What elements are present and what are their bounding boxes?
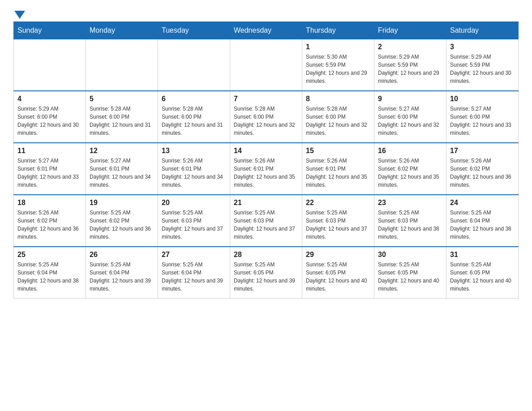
calendar-cell: 10Sunrise: 5:27 AM Sunset: 6:00 PM Dayli… <box>446 91 519 143</box>
day-number: 5 <box>90 95 154 103</box>
day-info: Sunrise: 5:25 AM Sunset: 6:03 PM Dayligh… <box>378 209 442 241</box>
day-info: Sunrise: 5:25 AM Sunset: 6:04 PM Dayligh… <box>90 261 154 293</box>
col-header-friday: Friday <box>374 22 446 39</box>
calendar-cell: 23Sunrise: 5:25 AM Sunset: 6:03 PM Dayli… <box>374 195 446 247</box>
calendar-week-row: 25Sunrise: 5:25 AM Sunset: 6:04 PM Dayli… <box>14 247 519 299</box>
day-info: Sunrise: 5:29 AM Sunset: 5:59 PM Dayligh… <box>450 53 515 85</box>
calendar-cell: 8Sunrise: 5:28 AM Sunset: 6:00 PM Daylig… <box>302 91 374 143</box>
calendar-cell: 11Sunrise: 5:27 AM Sunset: 6:01 PM Dayli… <box>14 143 86 195</box>
day-info: Sunrise: 5:27 AM Sunset: 6:01 PM Dayligh… <box>17 157 82 189</box>
day-number: 17 <box>450 147 515 155</box>
day-info: Sunrise: 5:25 AM Sunset: 6:04 PM Dayligh… <box>450 209 515 241</box>
day-info: Sunrise: 5:27 AM Sunset: 6:00 PM Dayligh… <box>450 105 515 137</box>
calendar-cell: 5Sunrise: 5:28 AM Sunset: 6:00 PM Daylig… <box>86 91 158 143</box>
col-header-sunday: Sunday <box>14 22 86 39</box>
calendar-cell: 30Sunrise: 5:25 AM Sunset: 6:05 PM Dayli… <box>374 247 446 299</box>
day-number: 29 <box>306 251 370 259</box>
day-info: Sunrise: 5:25 AM Sunset: 6:03 PM Dayligh… <box>162 209 226 241</box>
day-info: Sunrise: 5:28 AM Sunset: 6:00 PM Dayligh… <box>162 105 226 137</box>
calendar-cell <box>86 39 158 91</box>
calendar-cell: 2Sunrise: 5:29 AM Sunset: 5:59 PM Daylig… <box>374 39 446 91</box>
day-info: Sunrise: 5:26 AM Sunset: 6:02 PM Dayligh… <box>17 209 82 241</box>
day-number: 10 <box>450 95 515 103</box>
day-number: 15 <box>306 147 370 155</box>
calendar-cell: 14Sunrise: 5:26 AM Sunset: 6:01 PM Dayli… <box>230 143 302 195</box>
col-header-monday: Monday <box>86 22 158 39</box>
day-info: Sunrise: 5:25 AM Sunset: 6:05 PM Dayligh… <box>234 261 298 293</box>
day-number: 25 <box>17 251 82 259</box>
day-info: Sunrise: 5:29 AM Sunset: 5:59 PM Dayligh… <box>378 53 442 85</box>
calendar-week-row: 18Sunrise: 5:26 AM Sunset: 6:02 PM Dayli… <box>14 195 519 247</box>
day-number: 19 <box>90 199 154 207</box>
day-number: 23 <box>378 199 442 207</box>
day-info: Sunrise: 5:26 AM Sunset: 6:01 PM Dayligh… <box>162 157 226 189</box>
calendar-week-row: 11Sunrise: 5:27 AM Sunset: 6:01 PM Dayli… <box>14 143 519 195</box>
logo <box>13 9 25 17</box>
day-info: Sunrise: 5:27 AM Sunset: 6:01 PM Dayligh… <box>90 157 154 189</box>
calendar-cell <box>158 39 230 91</box>
calendar-cell: 20Sunrise: 5:25 AM Sunset: 6:03 PM Dayli… <box>158 195 230 247</box>
calendar-cell: 13Sunrise: 5:26 AM Sunset: 6:01 PM Dayli… <box>158 143 230 195</box>
logo-triangle-icon <box>14 11 25 19</box>
day-info: Sunrise: 5:26 AM Sunset: 6:01 PM Dayligh… <box>234 157 298 189</box>
day-number: 22 <box>306 199 370 207</box>
day-number: 2 <box>378 43 442 51</box>
day-number: 9 <box>378 95 442 103</box>
calendar-table: SundayMondayTuesdayWednesdayThursdayFrid… <box>13 21 519 299</box>
day-number: 7 <box>234 95 298 103</box>
day-number: 18 <box>17 199 82 207</box>
day-number: 3 <box>450 43 515 51</box>
day-info: Sunrise: 5:27 AM Sunset: 6:00 PM Dayligh… <box>378 105 442 137</box>
calendar-cell: 16Sunrise: 5:26 AM Sunset: 6:02 PM Dayli… <box>374 143 446 195</box>
day-number: 24 <box>450 199 515 207</box>
calendar-cell: 1Sunrise: 5:30 AM Sunset: 5:59 PM Daylig… <box>302 39 374 91</box>
calendar-cell: 24Sunrise: 5:25 AM Sunset: 6:04 PM Dayli… <box>446 195 519 247</box>
calendar-cell: 18Sunrise: 5:26 AM Sunset: 6:02 PM Dayli… <box>14 195 86 247</box>
day-info: Sunrise: 5:25 AM Sunset: 6:04 PM Dayligh… <box>17 261 82 293</box>
day-info: Sunrise: 5:26 AM Sunset: 6:02 PM Dayligh… <box>378 157 442 189</box>
day-info: Sunrise: 5:25 AM Sunset: 6:03 PM Dayligh… <box>306 209 370 241</box>
day-number: 21 <box>234 199 298 207</box>
col-header-thursday: Thursday <box>302 22 374 39</box>
day-info: Sunrise: 5:25 AM Sunset: 6:03 PM Dayligh… <box>234 209 298 241</box>
calendar-cell: 3Sunrise: 5:29 AM Sunset: 5:59 PM Daylig… <box>446 39 519 91</box>
calendar-week-row: 4Sunrise: 5:29 AM Sunset: 6:00 PM Daylig… <box>14 91 519 143</box>
calendar-cell: 12Sunrise: 5:27 AM Sunset: 6:01 PM Dayli… <box>86 143 158 195</box>
day-number: 4 <box>17 95 82 103</box>
day-info: Sunrise: 5:25 AM Sunset: 6:02 PM Dayligh… <box>90 209 154 241</box>
day-number: 12 <box>90 147 154 155</box>
day-number: 6 <box>162 95 226 103</box>
calendar-cell <box>230 39 302 91</box>
calendar-cell: 7Sunrise: 5:28 AM Sunset: 6:00 PM Daylig… <box>230 91 302 143</box>
calendar-cell: 19Sunrise: 5:25 AM Sunset: 6:02 PM Dayli… <box>86 195 158 247</box>
day-number: 31 <box>450 251 515 259</box>
col-header-saturday: Saturday <box>446 22 519 39</box>
col-header-wednesday: Wednesday <box>230 22 302 39</box>
day-number: 8 <box>306 95 370 103</box>
day-number: 13 <box>162 147 226 155</box>
calendar-week-row: 1Sunrise: 5:30 AM Sunset: 5:59 PM Daylig… <box>14 39 519 91</box>
day-info: Sunrise: 5:28 AM Sunset: 6:00 PM Dayligh… <box>90 105 154 137</box>
page-header <box>13 9 519 17</box>
calendar-cell: 9Sunrise: 5:27 AM Sunset: 6:00 PM Daylig… <box>374 91 446 143</box>
day-number: 20 <box>162 199 226 207</box>
day-info: Sunrise: 5:28 AM Sunset: 6:00 PM Dayligh… <box>306 105 370 137</box>
day-number: 27 <box>162 251 226 259</box>
calendar-cell: 26Sunrise: 5:25 AM Sunset: 6:04 PM Dayli… <box>86 247 158 299</box>
calendar-cell: 27Sunrise: 5:25 AM Sunset: 6:04 PM Dayli… <box>158 247 230 299</box>
calendar-cell: 31Sunrise: 5:25 AM Sunset: 6:05 PM Dayli… <box>446 247 519 299</box>
day-info: Sunrise: 5:25 AM Sunset: 6:05 PM Dayligh… <box>306 261 370 293</box>
day-info: Sunrise: 5:25 AM Sunset: 6:05 PM Dayligh… <box>378 261 442 293</box>
day-number: 26 <box>90 251 154 259</box>
day-number: 1 <box>306 43 370 51</box>
day-info: Sunrise: 5:25 AM Sunset: 6:04 PM Dayligh… <box>162 261 226 293</box>
day-info: Sunrise: 5:29 AM Sunset: 6:00 PM Dayligh… <box>17 105 82 137</box>
day-number: 14 <box>234 147 298 155</box>
calendar-cell: 25Sunrise: 5:25 AM Sunset: 6:04 PM Dayli… <box>14 247 86 299</box>
day-number: 16 <box>378 147 442 155</box>
day-info: Sunrise: 5:26 AM Sunset: 6:01 PM Dayligh… <box>306 157 370 189</box>
calendar-cell: 29Sunrise: 5:25 AM Sunset: 6:05 PM Dayli… <box>302 247 374 299</box>
day-info: Sunrise: 5:25 AM Sunset: 6:05 PM Dayligh… <box>450 261 515 293</box>
day-info: Sunrise: 5:30 AM Sunset: 5:59 PM Dayligh… <box>306 53 370 85</box>
day-number: 28 <box>234 251 298 259</box>
